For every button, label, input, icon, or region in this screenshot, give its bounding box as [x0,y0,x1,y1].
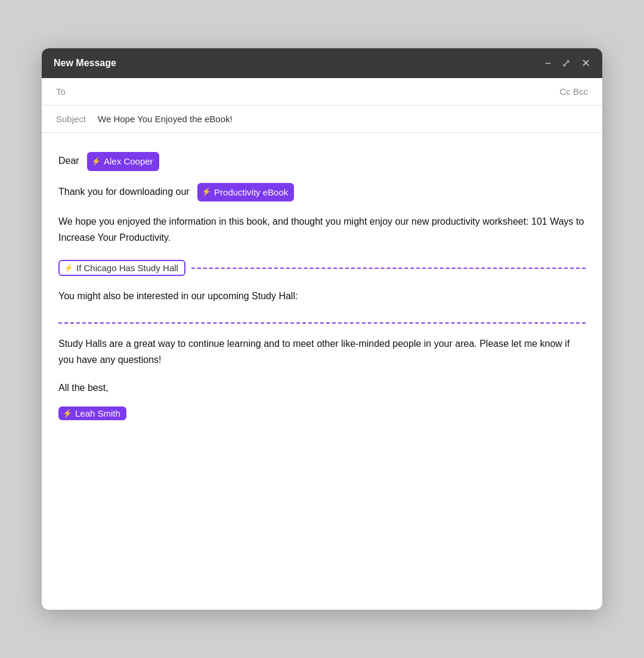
line2: You might also be interested in our upco… [58,288,586,304]
product-name: Productivity eBook [214,185,288,200]
lightning-icon-4: ⚡ [63,409,72,418]
dear-prefix: Dear [58,156,79,166]
recipient-name: Alex Cooper [104,154,153,169]
sender-tag[interactable]: ⚡ Leah Smith [58,406,126,420]
dashed-line-right [191,268,586,269]
line1-prefix: Thank you for downloading our [58,186,190,196]
title-bar: New Message − ⤢ ✕ [42,48,602,78]
lightning-icon-3: ⚡ [64,263,73,272]
thank-you-line: Thank you for downloading our ⚡ Producti… [58,183,586,202]
lightning-icon-2: ⚡ [202,185,211,198]
dashed-separator [58,322,586,324]
to-input[interactable] [98,86,559,97]
window-title: New Message [54,58,116,69]
dear-line: Dear ⚡ Alex Cooper [58,152,586,171]
product-tag[interactable]: ⚡ Productivity eBook [197,183,294,202]
conditional-text: If Chicago Has Study Hall [76,263,178,273]
closing-text: All the best, [58,380,586,396]
close-button[interactable]: ✕ [581,58,590,69]
recipient-tag[interactable]: ⚡ Alex Cooper [87,152,159,171]
maximize-button[interactable]: ⤢ [562,58,571,69]
minimize-button[interactable]: − [544,58,551,69]
sender-name: Leah Smith [75,408,120,418]
to-label: To [56,86,98,97]
closing-block: All the best, ⚡ Leah Smith [58,380,586,420]
cc-bcc-button[interactable]: Cc Bcc [559,86,588,97]
conditional-row: ⚡ If Chicago Has Study Hall [58,260,586,276]
email-compose-window: New Message − ⤢ ✕ To Cc Bcc Subject We H… [42,48,602,610]
subject-row: Subject We Hope You Enjoyed the eBook! [42,105,602,133]
email-body[interactable]: Dear ⚡ Alex Cooper Thank you for downloa… [42,133,602,610]
subject-label: Subject [56,114,98,124]
subject-value: We Hope You Enjoyed the eBook! [98,114,233,124]
lightning-icon: ⚡ [91,155,101,168]
window-controls: − ⤢ ✕ [544,58,590,69]
paragraph2: Study Halls are a great way to continue … [58,336,586,368]
conditional-tag[interactable]: ⚡ If Chicago Has Study Hall [58,260,185,276]
to-row: To Cc Bcc [42,78,602,105]
conditional-tag-wrap: ⚡ If Chicago Has Study Hall [58,260,185,276]
paragraph1: We hope you enjoyed the information in t… [58,213,586,246]
